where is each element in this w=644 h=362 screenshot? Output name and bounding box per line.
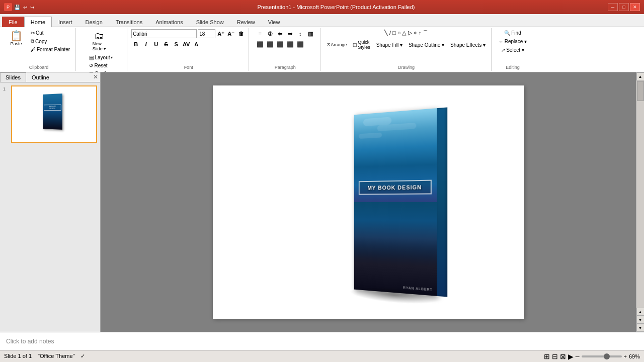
font-size-input[interactable]	[198, 29, 215, 38]
paste-icon: 📋	[10, 31, 23, 41]
justify-button[interactable]: ⬛	[286, 40, 295, 49]
tab-slides[interactable]: Slides	[0, 72, 26, 82]
slide-thumbnail-container: 1 MY BOOKDESIGN	[10, 85, 98, 143]
new-slide-button[interactable]: 🗂 NewSlide ▾	[87, 29, 112, 53]
format-painter-button[interactable]: 🖌 Format Painter	[28, 46, 72, 53]
underline-button[interactable]: U	[151, 40, 160, 49]
notes-area[interactable]: Click to add notes	[0, 332, 644, 350]
scroll-next-button[interactable]: ▼	[636, 316, 645, 324]
status-bar: Slide 1 of 1 "Office Theme" ✓ ⊞ ⊟ ⊠ ▶ ─ …	[0, 350, 644, 362]
clear-format-button[interactable]: 🗑	[236, 29, 246, 38]
editing-group: 🔍 Find ↔ Replace ▾ ↗ Select ▾ Editing	[493, 28, 533, 71]
zoom-out-button[interactable]: ─	[576, 353, 580, 359]
book-container: MY BOOK DESIGN RYAN ALBERT	[351, 112, 437, 293]
quick-access-redo[interactable]: ↪	[30, 5, 34, 10]
tab-outline[interactable]: Outline	[26, 72, 55, 82]
select-button[interactable]: ↗ Select ▾	[499, 46, 527, 54]
copy-button[interactable]: ⧉ Copy	[28, 37, 72, 45]
columns-button[interactable]: ▥	[306, 29, 315, 38]
reset-icon: ↺	[89, 63, 93, 68]
slide-canvas[interactable]: MY BOOK DESIGN RYAN ALBERT	[213, 85, 524, 319]
slideshow-button[interactable]: ▶	[568, 352, 574, 360]
close-button[interactable]: ✕	[630, 3, 640, 11]
tab-view[interactable]: View	[262, 17, 287, 27]
slide-info: Slide 1 of 1	[4, 353, 32, 359]
strikethrough-button[interactable]: S	[162, 40, 171, 49]
theme-info: "Office Theme"	[38, 353, 74, 359]
scroll-prev-button[interactable]: ▲	[636, 308, 645, 316]
shape-fill-button[interactable]: Shape Fill ▾	[374, 41, 405, 49]
bold-button[interactable]: B	[131, 40, 140, 49]
decrease-font-button[interactable]: A⁻	[226, 29, 235, 38]
tab-design[interactable]: Design	[79, 17, 109, 27]
scroll-thumb[interactable]	[637, 81, 644, 101]
bullet-list-button[interactable]: ≡	[256, 29, 265, 38]
align-left-button[interactable]: ⬛	[256, 40, 265, 49]
quick-access-save[interactable]: 💾	[14, 5, 20, 10]
cut-button[interactable]: ✂ Cut	[28, 29, 72, 37]
paragraph-label: Paragraph	[275, 65, 296, 70]
slides-list: 1 MY BOOKDESIGN	[0, 82, 100, 332]
decrease-indent-button[interactable]: ⬅	[276, 29, 285, 38]
font-name-input[interactable]	[131, 29, 197, 38]
copy-icon: ⧉	[31, 38, 34, 44]
book-3d: MY BOOK DESIGN RYAN ALBERT	[354, 108, 437, 296]
status-left: Slide 1 of 1 "Office Theme" ✓	[4, 353, 538, 359]
spell-check-icon[interactable]: ✓	[80, 353, 85, 359]
tab-insert[interactable]: Insert	[52, 17, 79, 27]
align-center-button[interactable]: ⬛	[266, 40, 275, 49]
italic-button[interactable]: I	[141, 40, 150, 49]
reset-button[interactable]: ↺ Reset	[87, 62, 117, 69]
book-title-text: MY BOOK DESIGN	[361, 184, 428, 191]
scroll-up-button[interactable]: ▲	[636, 72, 645, 80]
find-icon: 🔍	[504, 30, 510, 36]
shadow-button[interactable]: S	[172, 40, 181, 49]
find-button[interactable]: 🔍 Find	[502, 29, 523, 37]
slide-number: 1	[3, 86, 6, 92]
normal-view-button[interactable]: ⊞	[544, 352, 550, 360]
increase-indent-button[interactable]: ➡	[286, 29, 295, 38]
numbered-list-button[interactable]: ①	[266, 29, 275, 38]
slide-thumbnail-1[interactable]: MY BOOKDESIGN	[11, 85, 97, 143]
zoom-slider[interactable]	[582, 355, 622, 357]
char-spacing-button[interactable]: AV	[182, 40, 191, 49]
smart-art-button[interactable]: ⬛	[296, 40, 305, 49]
slide-panel: Slides Outline ✕ 1 MY BOOKDESIGN	[0, 72, 101, 332]
font-color-button[interactable]: A	[192, 40, 201, 49]
tab-animations[interactable]: Animations	[149, 17, 189, 27]
line-spacing-button[interactable]: ↕	[296, 29, 305, 38]
shape-effects-button[interactable]: Shape Effects ▾	[448, 41, 488, 49]
shape-tools[interactable]: ╲ / □ ○ △ ▷ ⋄ ↑ ⌒	[384, 29, 428, 37]
quick-styles-button[interactable]: ◫ QuickStyles	[350, 38, 373, 51]
close-panel-button[interactable]: ✕	[91, 72, 100, 82]
align-right-button[interactable]: ⬛	[276, 40, 285, 49]
layout-button[interactable]: ▤ Layout ▾	[87, 54, 117, 61]
maximize-button[interactable]: □	[619, 3, 629, 11]
zoom-in-button[interactable]: +	[624, 353, 627, 359]
shape-outline-button[interactable]: Shape Outline ▾	[406, 41, 447, 49]
zoom-thumb	[604, 353, 610, 359]
increase-font-button[interactable]: A⁺	[216, 29, 225, 38]
canvas-area[interactable]: MY BOOK DESIGN RYAN ALBERT	[101, 72, 636, 332]
quick-access-undo[interactable]: ↩	[23, 5, 27, 10]
slide-sorter-button[interactable]: ⊟	[552, 352, 558, 360]
drawing-group: ╲ / □ ○ △ ▷ ⋄ ↑ ⌒ ⧖ Arrange ◫ QuickStyle…	[321, 28, 492, 71]
reading-view-button[interactable]: ⊠	[560, 352, 566, 360]
zoom-level[interactable]: 69%	[629, 353, 640, 359]
tab-slideshow[interactable]: Slide Show	[190, 17, 230, 27]
scroll-down-button[interactable]: ▼	[636, 324, 645, 332]
tab-review[interactable]: Review	[230, 17, 262, 27]
select-icon: ↗	[501, 47, 505, 53]
replace-button[interactable]: ↔ Replace ▾	[496, 38, 529, 45]
arrange-button[interactable]: ⧖ Arrange	[325, 41, 349, 49]
tab-transitions[interactable]: Transitions	[109, 17, 149, 27]
tab-file[interactable]: File	[2, 17, 24, 27]
notes-placeholder: Click to add notes	[6, 338, 54, 345]
minimize-button[interactable]: ─	[608, 3, 618, 11]
quick-styles-icon: ◫	[353, 42, 357, 47]
window-title: Presentation1 - Microsoft PowerPoint (Pr…	[64, 4, 608, 10]
clipboard-group: 📋 Paste ✂ Cut ⧉ Copy 🖌 Format Painter Cl…	[2, 28, 76, 71]
tab-home[interactable]: Home	[24, 17, 52, 27]
thumb-book: MY BOOKDESIGN	[43, 94, 62, 130]
paste-button[interactable]: 📋 Paste	[5, 29, 27, 48]
